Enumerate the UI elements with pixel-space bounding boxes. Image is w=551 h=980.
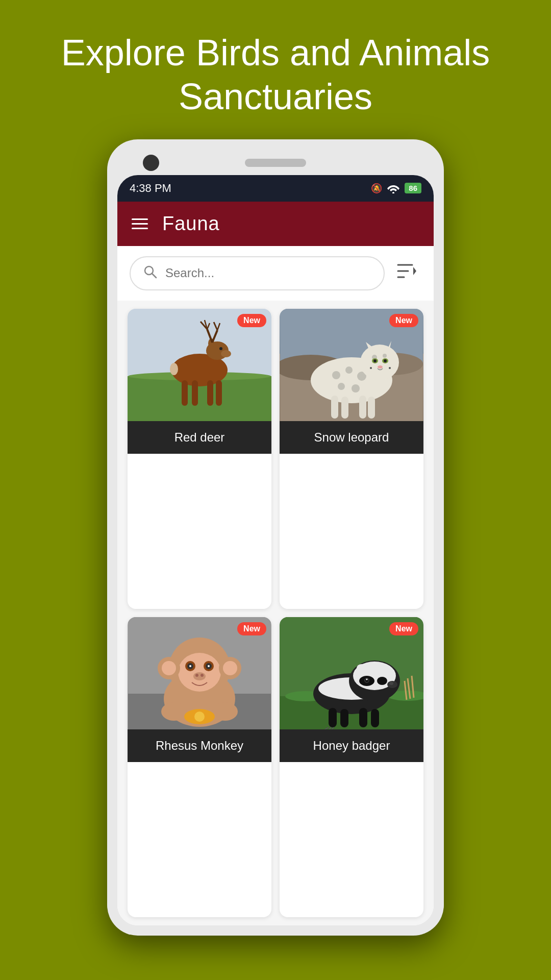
svg-point-66 <box>208 665 210 667</box>
svg-rect-23 <box>182 380 188 406</box>
svg-point-13 <box>221 350 231 357</box>
hamburger-line-1 <box>132 218 148 220</box>
snow-leopard-name: Snow leopard <box>280 421 423 454</box>
svg-point-60 <box>223 661 237 675</box>
status-time: 4:38 PM <box>130 182 171 195</box>
phone-speaker <box>245 159 306 167</box>
honey-badger-name: Honey badger <box>280 729 423 762</box>
svg-point-88 <box>377 677 387 685</box>
hamburger-menu-button[interactable] <box>132 218 148 229</box>
phone-frame: 4:38 PM 🔕 86 Fauna <box>107 139 444 936</box>
svg-point-36 <box>338 383 345 390</box>
svg-point-14 <box>219 347 222 350</box>
red-deer-name: Red deer <box>128 421 271 454</box>
svg-point-27 <box>170 363 178 375</box>
svg-point-71 <box>212 702 238 721</box>
honey-badger-new-badge: New <box>389 622 418 635</box>
search-icon <box>143 264 157 282</box>
svg-rect-50 <box>359 396 366 419</box>
phone-camera <box>143 155 159 171</box>
svg-point-34 <box>345 366 353 374</box>
svg-point-44 <box>384 359 387 362</box>
svg-rect-72 <box>165 707 169 717</box>
svg-point-37 <box>352 384 360 393</box>
svg-point-40 <box>383 354 387 358</box>
red-deer-new-badge: New <box>237 314 266 327</box>
svg-point-63 <box>189 665 191 667</box>
svg-rect-98 <box>371 709 379 727</box>
svg-point-45 <box>378 365 383 369</box>
rhesus-monkey-name: Rhesus Monkey <box>128 729 271 762</box>
svg-line-2 <box>152 274 156 278</box>
svg-point-42 <box>373 359 377 362</box>
svg-marker-6 <box>413 267 416 275</box>
status-bar: 4:38 PM 🔕 86 <box>117 175 434 202</box>
animal-card-honey-badger[interactable]: New Honey badger <box>280 617 423 917</box>
app-title: Fauna <box>162 213 220 235</box>
svg-point-0 <box>392 192 394 193</box>
svg-rect-24 <box>192 380 198 406</box>
svg-point-38 <box>360 345 399 380</box>
svg-point-91 <box>366 678 368 680</box>
svg-point-47 <box>389 367 391 369</box>
svg-rect-73 <box>170 705 174 716</box>
status-icons: 🔕 86 <box>371 183 421 194</box>
svg-point-94 <box>357 664 367 672</box>
phone-screen: 4:38 PM 🔕 86 Fauna <box>117 175 434 925</box>
svg-point-58 <box>162 661 176 675</box>
page-title: Explore Birds and AnimalsSanctuaries <box>20 0 531 139</box>
snow-leopard-new-badge: New <box>389 314 418 327</box>
svg-point-93 <box>389 682 393 685</box>
svg-rect-25 <box>207 380 213 406</box>
wifi-icon <box>387 183 399 193</box>
animals-grid: New Red deer <box>117 301 434 925</box>
svg-rect-75 <box>180 706 184 716</box>
animal-card-rhesus-monkey[interactable]: New Rhesus Monkey <box>128 617 271 917</box>
rhesus-monkey-new-badge: New <box>237 622 266 635</box>
svg-rect-74 <box>175 704 179 715</box>
hamburger-line-3 <box>132 228 148 229</box>
search-input[interactable] <box>165 266 371 280</box>
svg-point-68 <box>195 674 198 677</box>
search-area <box>117 246 434 301</box>
svg-rect-96 <box>340 709 348 727</box>
svg-rect-26 <box>216 380 222 406</box>
search-bar-container[interactable] <box>130 256 385 290</box>
svg-rect-95 <box>329 708 337 727</box>
svg-point-69 <box>201 674 204 677</box>
battery-indicator: 86 <box>405 183 421 193</box>
hamburger-line-2 <box>132 223 148 225</box>
svg-point-46 <box>370 367 372 369</box>
svg-rect-49 <box>341 397 348 419</box>
svg-rect-97 <box>359 708 367 727</box>
svg-rect-48 <box>331 396 338 419</box>
app-header: Fauna <box>117 202 434 246</box>
sort-filter-button[interactable] <box>393 258 421 288</box>
svg-rect-51 <box>368 397 375 419</box>
svg-point-67 <box>193 672 206 680</box>
phone-top-area <box>117 150 434 175</box>
animal-card-snow-leopard[interactable]: New Snow leopard <box>280 309 423 609</box>
alarm-icon: 🔕 <box>371 183 382 194</box>
animal-card-red-deer[interactable]: New Red deer <box>128 309 271 609</box>
svg-point-33 <box>332 371 340 379</box>
svg-point-77 <box>194 712 205 722</box>
